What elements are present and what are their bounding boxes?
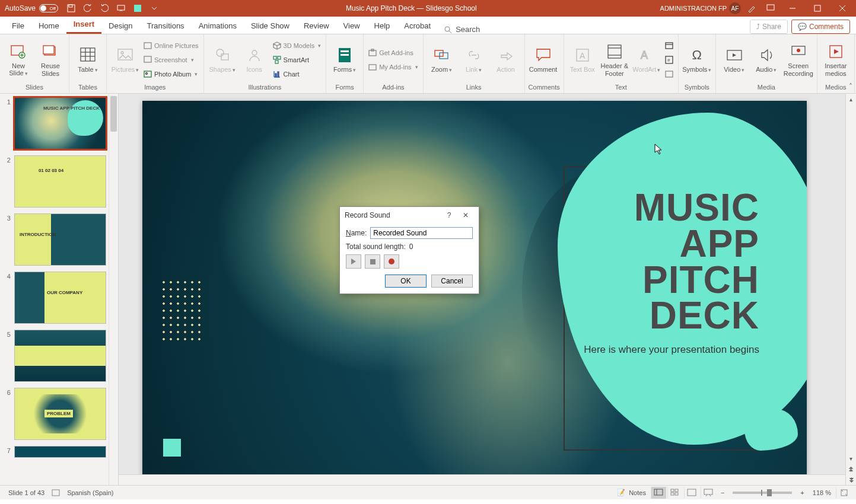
autosave-toggle[interactable]: AutoSave Off	[0, 0, 63, 17]
slide-thumb-4[interactable]: 4OUR COMPANY	[2, 272, 106, 324]
play-button[interactable]	[346, 254, 361, 269]
qat-more-icon[interactable]	[146, 0, 163, 17]
tab-slideshow[interactable]: Slide Show	[244, 18, 297, 34]
scroll-up-icon[interactable]: ▴	[846, 94, 856, 104]
search-box[interactable]: Search	[438, 25, 486, 34]
svg-point-9	[445, 27, 450, 31]
zoom-thumb[interactable]	[767, 489, 772, 496]
photo-album-button[interactable]: Photo Album	[142, 68, 200, 81]
dialog-help-button[interactable]: ?	[441, 207, 457, 224]
pen-icon[interactable]	[743, 0, 760, 17]
object-button[interactable]	[664, 68, 674, 81]
get-addins-button[interactable]: Get Add-ins	[367, 46, 419, 59]
name-input[interactable]	[370, 227, 473, 239]
new-slide-button[interactable]: New Slide	[4, 37, 33, 82]
tab-transitions[interactable]: Transitions	[140, 18, 192, 34]
action-button[interactable]: Action	[491, 37, 521, 82]
dialog-close-button[interactable]: ✕	[457, 207, 474, 224]
audio-button[interactable]: Audio	[752, 37, 781, 82]
slide-thumb-6[interactable]: 6PROBLEM	[2, 388, 106, 440]
tab-acrobat[interactable]: Acrobat	[397, 18, 438, 34]
date-time-button[interactable]	[664, 39, 674, 52]
slideshow-view-button[interactable]	[701, 487, 716, 499]
share-button[interactable]: ⤴Share	[750, 20, 788, 34]
tab-design[interactable]: Design	[101, 18, 139, 34]
stop-button[interactable]	[365, 254, 380, 269]
3d-models-button[interactable]: 3D Models	[272, 39, 323, 52]
notes-button[interactable]: 📝Notes	[613, 489, 650, 496]
present-from-start-icon[interactable]	[113, 0, 129, 17]
close-button[interactable]	[831, 0, 854, 17]
language-status[interactable]: Spanish (Spain)	[63, 489, 117, 496]
tab-review[interactable]: Review	[297, 18, 336, 34]
zoom-in-button[interactable]: +	[797, 489, 807, 496]
comments-button[interactable]: 💬Comments	[791, 20, 850, 34]
color-swatch-icon[interactable]	[129, 0, 146, 17]
comment-button[interactable]: Comment	[529, 37, 558, 82]
maximize-button[interactable]	[806, 0, 829, 17]
panel-scrollbar[interactable]	[109, 94, 118, 485]
link-button[interactable]: Link	[459, 37, 489, 82]
tab-help[interactable]: Help	[367, 18, 397, 34]
chart-button[interactable]: Chart	[272, 68, 323, 81]
pictures-button[interactable]: Pictures	[110, 37, 140, 82]
scroll-down-icon[interactable]: ▾	[846, 453, 856, 464]
smartart-button[interactable]: SmartArt	[272, 53, 323, 66]
ok-button[interactable]: OK	[385, 275, 427, 288]
save-icon[interactable]	[63, 0, 79, 17]
next-slide-icon[interactable]: ⯯	[846, 474, 856, 485]
vertical-scrollbar[interactable]: ▴ ▾ ⯭ ⯯	[845, 94, 856, 485]
symbols-button[interactable]: ΩSymbols	[682, 37, 712, 82]
tab-animations[interactable]: Animations	[192, 18, 244, 34]
normal-view-button[interactable]	[651, 487, 666, 499]
horizontal-scrollbar[interactable]	[119, 474, 845, 485]
header-footer-button[interactable]: Header & Footer	[600, 37, 629, 82]
zoom-slider[interactable]	[733, 492, 792, 494]
wordart-button[interactable]: AWordArt	[632, 37, 661, 82]
text-box-button[interactable]: AText Box	[568, 37, 597, 82]
ribbon-display-icon[interactable]	[762, 0, 779, 17]
fit-to-window-button[interactable]	[836, 487, 851, 499]
insertar-medios-button[interactable]: Insertar medios	[821, 37, 851, 82]
slide-thumb-5[interactable]: 5	[2, 330, 106, 382]
dialog-titlebar[interactable]: Record Sound ? ✕	[340, 207, 479, 224]
slide-thumb-1[interactable]: 1MUSIC APP PITCH DECK	[2, 97, 106, 149]
forms-button[interactable]: Forms	[330, 37, 359, 82]
tab-insert[interactable]: Insert	[66, 16, 101, 34]
slide-list[interactable]: 1MUSIC APP PITCH DECK 201 02 03 04 3INTR…	[0, 94, 109, 485]
slide-thumb-3[interactable]: 3INTRODUCTION	[2, 213, 106, 266]
minimize-button[interactable]	[781, 0, 804, 17]
video-button[interactable]: Video	[720, 37, 749, 82]
shapes-button[interactable]: Shapes	[208, 37, 237, 82]
collapse-ribbon-icon[interactable]: ˄	[849, 82, 852, 91]
slide-number-button[interactable]: #	[664, 53, 674, 66]
slide-thumb-7[interactable]: 7	[2, 446, 106, 458]
screenshot-button[interactable]: Screenshot	[142, 53, 200, 66]
table-button[interactable]: Table	[73, 37, 103, 82]
svg-rect-64	[654, 489, 663, 495]
tab-file[interactable]: File	[5, 18, 31, 34]
zoom-button[interactable]: Zoom	[427, 37, 457, 82]
record-button[interactable]	[384, 254, 399, 269]
slide-sorter-button[interactable]	[667, 487, 683, 499]
scrollbar-thumb[interactable]	[110, 96, 117, 132]
reading-view-button[interactable]	[684, 487, 699, 499]
tab-view[interactable]: View	[336, 18, 367, 34]
autosave-switch[interactable]: Off	[39, 4, 58, 12]
cancel-button[interactable]: Cancel	[431, 275, 473, 288]
screen-recording-button[interactable]: Screen Recording	[784, 37, 813, 82]
user-avatar[interactable]: AF	[729, 2, 741, 14]
my-addins-button[interactable]: My Add-ins	[367, 60, 419, 74]
online-pictures-button[interactable]: Online Pictures	[142, 39, 200, 52]
icons-button[interactable]: Icons	[240, 37, 269, 82]
undo-icon[interactable]	[79, 0, 96, 17]
prev-slide-icon[interactable]: ⯭	[846, 464, 856, 474]
slide-thumb-2[interactable]: 201 02 03 04	[2, 155, 106, 208]
tab-home[interactable]: Home	[31, 18, 66, 34]
zoom-level[interactable]: 118 %	[809, 489, 835, 496]
slide-position[interactable]: Slide 1 of 43	[5, 489, 48, 496]
accessibility-icon[interactable]	[48, 489, 63, 497]
redo-icon[interactable]	[96, 0, 113, 17]
zoom-out-button[interactable]: −	[717, 489, 728, 496]
reuse-slides-button[interactable]: Reuse Slides	[36, 37, 65, 82]
